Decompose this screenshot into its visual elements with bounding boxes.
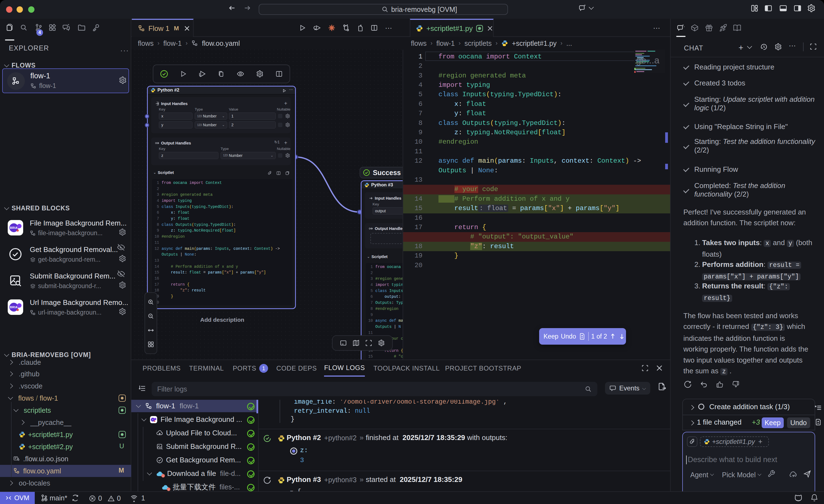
svg-text:ge...a: ge...a xyxy=(636,55,659,65)
